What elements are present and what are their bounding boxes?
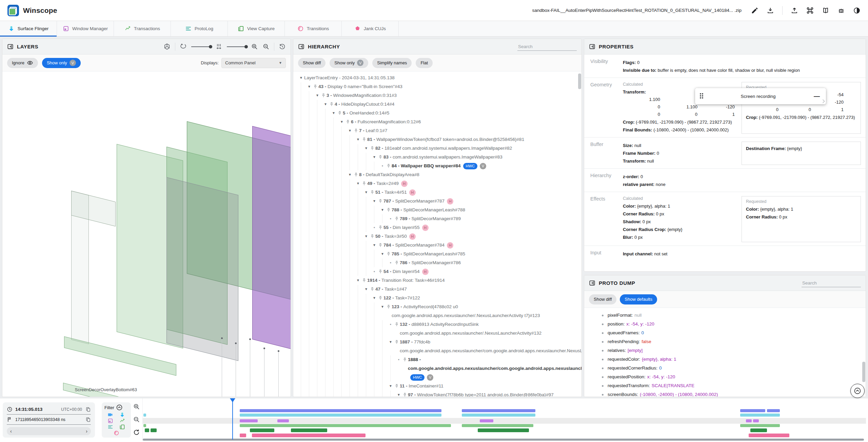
tree-row[interactable]: ●55 - Dim layer#55H xyxy=(293,223,581,232)
tree-row[interactable]: ▼8 - DefaultTaskDisplayArea#8 xyxy=(293,170,581,179)
expand-arrow-icon[interactable]: ▼ xyxy=(306,82,312,91)
pin-icon[interactable] xyxy=(329,100,335,109)
expand-arrow-icon[interactable]: ▼ xyxy=(388,382,394,391)
drag-handle-icon[interactable] xyxy=(700,93,704,99)
tree-row[interactable]: ▼122 - Task=7#122 xyxy=(293,294,581,302)
shortcuts-icon[interactable] xyxy=(806,7,814,14)
tree-row[interactable]: ▼788 - SplitDecorManagerLeash#788 xyxy=(293,206,581,214)
expand-arrow-icon[interactable]: ▼ xyxy=(339,118,345,126)
trace-segment-surface-flinger[interactable] xyxy=(240,409,441,412)
expand-arrow-icon[interactable]: ▼ xyxy=(298,73,304,82)
expand-arrow-icon[interactable]: ▼ xyxy=(371,197,377,206)
documentation-icon[interactable] xyxy=(822,7,829,14)
collapse-panel-icon[interactable] xyxy=(298,43,304,50)
layer-label[interactable]: ScreenDecorOverlayBottom#63 xyxy=(2,387,137,392)
3d-view-icon[interactable] xyxy=(163,43,171,50)
pin-icon[interactable] xyxy=(394,320,400,329)
layer-rect-3d[interactable] xyxy=(252,126,291,352)
collapse-timeline-button[interactable] xyxy=(850,384,865,398)
expand-arrow-icon[interactable]: ▼ xyxy=(355,276,361,285)
pin-icon[interactable] xyxy=(337,109,343,118)
trace-segment-transactions[interactable] xyxy=(740,414,780,417)
pin-icon[interactable] xyxy=(369,232,375,241)
trace-segment-protolog[interactable] xyxy=(740,424,780,427)
hierarchy-scrollbar[interactable] xyxy=(578,73,581,89)
next-entry-button[interactable]: › xyxy=(86,428,87,434)
timeline-zoom-out-icon[interactable] xyxy=(133,416,140,423)
tree-row[interactable]: ▼97 - WindowToken{7f78b6b type=2011 andr… xyxy=(293,391,581,397)
proto-row[interactable]: relatives:[empty] xyxy=(602,346,866,355)
reset-view-icon[interactable] xyxy=(279,43,286,50)
expand-arrow-icon[interactable]: ▼ xyxy=(363,285,369,294)
tree-row[interactable]: ▼LayerTraceEntry - 2024-03-31, 14:31:05.… xyxy=(293,73,581,82)
trace-segment-transitions[interactable] xyxy=(145,428,149,432)
pin-icon[interactable] xyxy=(394,338,400,346)
proto-row[interactable]: requestedColor:{empty}, alpha: 1 xyxy=(602,355,866,364)
tab-transactions[interactable]: Transactions xyxy=(114,21,171,36)
proto-search-input[interactable] xyxy=(802,279,861,287)
pin-icon[interactable] xyxy=(361,276,367,285)
proto-row[interactable]: pixelFormat:null xyxy=(602,311,866,320)
tree-row[interactable]: ▼4 - HideDisplayCutout:0:14#4 xyxy=(293,100,581,109)
timeline-scrollbar[interactable] xyxy=(143,439,864,441)
report-bug-icon[interactable] xyxy=(837,7,845,14)
tree-row[interactable]: ▼82 - 181eabf com.android.systemui.wallp… xyxy=(293,144,581,153)
previous-entry-button[interactable]: ‹ xyxy=(10,428,12,434)
view-capture-filter-icon[interactable] xyxy=(119,424,125,430)
tree-row[interactable]: ▼47 - Task=1#47 xyxy=(293,285,581,294)
rotation-slider[interactable] xyxy=(191,46,211,47)
zoom-out-icon[interactable] xyxy=(262,43,270,50)
tree-row[interactable]: ▼11 - ImeContainer#11 xyxy=(293,382,581,391)
tree-row[interactable]: ▼785 - SplitDecorManagerLeash#785 xyxy=(293,250,581,258)
timeline-tracks[interactable] xyxy=(142,398,866,441)
expand-arrow-icon[interactable]: ▼ xyxy=(322,100,329,109)
displays-select[interactable]: Common Panel ▼ xyxy=(221,58,286,68)
tree-row[interactable]: ●1888 - com.google.android.apps.nexuslau… xyxy=(293,355,581,382)
expand-arrow-icon[interactable]: ▼ xyxy=(347,126,353,135)
tree-row[interactable]: ▼6 - FullscreenMagnification:0:12#6 xyxy=(293,118,581,126)
proto-row[interactable]: position:x: -54, y: -120 xyxy=(602,320,866,329)
tab-window-manager[interactable]: Window Manager xyxy=(57,21,114,36)
screen-recording-overlay[interactable]: Screen recording — xyxy=(695,88,826,104)
trace-segment-transactions[interactable] xyxy=(240,414,441,417)
collapse-filter-icon[interactable] xyxy=(116,404,123,411)
hierarchy-flat-button[interactable]: Flat xyxy=(416,58,433,68)
window-manager-filter-icon[interactable] xyxy=(107,418,113,424)
tab-jank-cujs[interactable]: Jank CUJs xyxy=(342,21,399,36)
expand-arrow-icon[interactable]: ▼ xyxy=(371,241,377,250)
proto-row[interactable]: requestedCornerRadius:0 xyxy=(602,364,866,373)
pin-icon[interactable] xyxy=(361,135,367,144)
copy-ns-icon[interactable] xyxy=(85,417,91,422)
pin-icon[interactable] xyxy=(377,153,383,162)
expand-arrow-icon[interactable]: ▼ xyxy=(331,109,337,118)
timeline-zoom-in-icon[interactable] xyxy=(133,403,140,410)
ignore-button[interactable]: Ignore xyxy=(7,58,38,68)
expand-arrow-icon[interactable]: ▼ xyxy=(314,91,320,100)
collapse-panel-icon[interactable] xyxy=(589,43,595,50)
proto-row[interactable]: screenBounds:(-10800, -24000) - (10800, … xyxy=(602,390,866,397)
expand-arrow-icon[interactable]: ▼ xyxy=(371,153,377,162)
pin-icon[interactable] xyxy=(345,118,351,126)
trace-segment-protolog[interactable] xyxy=(143,424,146,427)
expand-arrow-icon[interactable]: ▼ xyxy=(396,391,402,397)
tree-row[interactable]: ▼123 - ActivityRecord{4788c02 u0 com.goo… xyxy=(293,302,581,320)
layer-rect-3d[interactable] xyxy=(166,177,238,361)
trace-segment-protolog[interactable] xyxy=(462,424,533,427)
download-icon[interactable] xyxy=(767,7,774,14)
pin-icon[interactable] xyxy=(394,258,400,267)
tree-row[interactable]: ▼81 - WallpaperWindowToken{fcfbcd7 token… xyxy=(293,135,581,144)
layers-3d-view[interactable]: ScreenDecorOverlayBottom#63ScreenDecorOv… xyxy=(2,72,291,397)
pin-icon[interactable] xyxy=(377,223,383,232)
trace-segment-window-manager[interactable] xyxy=(480,419,494,422)
tree-row[interactable]: ●54 - Dim layer#54H xyxy=(293,267,581,276)
trace-segment-window-manager[interactable] xyxy=(240,419,258,422)
trace-segment-transactions[interactable] xyxy=(143,414,146,417)
expand-arrow-icon[interactable]: ▼ xyxy=(388,338,394,346)
hierarchy-show-only-button[interactable]: Show onlyV xyxy=(330,58,368,68)
dark-mode-icon[interactable] xyxy=(853,7,861,14)
resize-handle[interactable] xyxy=(821,99,825,103)
collapse-panel-icon[interactable] xyxy=(589,280,595,286)
protolog-filter-icon[interactable] xyxy=(107,424,113,430)
pin-icon[interactable] xyxy=(394,214,400,223)
tree-row[interactable]: ▼1887 - 77fdc4b com.google.android.apps.… xyxy=(293,338,581,355)
